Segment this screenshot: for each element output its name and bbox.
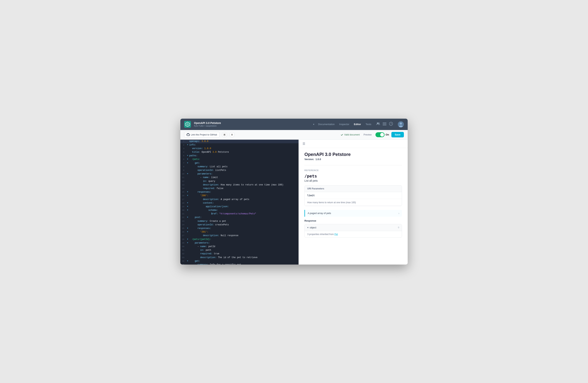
- divider-1: [304, 165, 402, 165]
- code-line-19: 19▼ application/json:: [180, 205, 298, 209]
- code-line-21: 21 $ref: "#/components/schemas/Pets": [180, 212, 298, 216]
- svg-rect-6: [383, 124, 386, 124]
- code-line-32: 32 required: true: [180, 252, 298, 256]
- toggle-thumb: [380, 133, 384, 137]
- code-line-16: 16▼ '200':: [180, 194, 298, 198]
- pet-link[interactable]: Pet: [334, 233, 338, 236]
- code-line-6: 6▼ /pets:: [180, 158, 298, 161]
- code-line-26: 26▼ '201':: [180, 230, 298, 234]
- nav-editor[interactable]: Editor: [354, 123, 361, 126]
- svg-line-19: [225, 135, 225, 136]
- code-line-20: 20▼ schema:: [180, 209, 298, 212]
- code-line-28: 28▼ /pets/{petId}:: [180, 238, 298, 241]
- code-line-5: 5▼paths:: [180, 154, 298, 158]
- font-size-toggle[interactable]: A: [230, 132, 235, 137]
- response-box[interactable]: A paged array of pets ›: [304, 210, 402, 217]
- object-header: ▾ object 0: [305, 224, 402, 231]
- nav-inspector[interactable]: Inspector: [339, 123, 349, 126]
- code-line-15: 15▼ responses:: [180, 190, 298, 194]
- nav-icons: ?: [376, 122, 393, 127]
- svg-rect-7: [383, 125, 386, 125]
- response-section: Response ▾ object 0 3 properties inherit…: [304, 219, 402, 238]
- svg-point-11: [400, 122, 402, 125]
- svg-rect-5: [383, 123, 386, 123]
- param-desc-row: How many items to return at one time (ma…: [305, 199, 402, 206]
- code-line-17: 17 description: A paged array of pets: [180, 198, 298, 201]
- inherited-text: 3 properties inherited from Pet: [305, 231, 402, 237]
- code-line-24: 24 operationId: createPets: [180, 223, 298, 227]
- save-button[interactable]: Save: [391, 132, 404, 137]
- app-logo: [184, 121, 191, 128]
- toggle-label: On: [386, 133, 389, 136]
- user-avatar[interactable]: [398, 121, 404, 127]
- code-line-27: 27 description: Null response: [180, 234, 298, 237]
- endpoint-summary: List all pets: [304, 179, 402, 182]
- endpoint-path: /pets: [304, 174, 402, 178]
- github-button[interactable]: Link this Project to GitHub: [184, 132, 220, 137]
- code-line-33: 33 description: The id of the pet to ret…: [180, 256, 298, 259]
- preview-button[interactable]: Preview: [362, 133, 373, 137]
- titlebar: OpenAPI 3.0 Petstore Kyle Fuller • oaspe…: [180, 119, 408, 130]
- code-line-23: 23 summary: Create a pet: [180, 219, 298, 223]
- object-type: ▾ object: [307, 226, 316, 229]
- object-count: 0: [398, 226, 399, 229]
- code-line-31: 31 in: path: [180, 249, 298, 252]
- param-name: limit: [307, 194, 399, 197]
- sun-icon: [223, 134, 226, 136]
- code-line-22: 22▼ post:: [180, 216, 298, 219]
- code-line-14: 14 required: false: [180, 187, 298, 190]
- code-line-34: 34▼ get:: [180, 259, 298, 263]
- code-line-10: 10▼ parameters:: [180, 172, 298, 176]
- svg-point-3: [377, 123, 378, 124]
- valid-document-status: Valid document: [341, 134, 360, 136]
- github-icon: [187, 133, 190, 136]
- response-chevron-icon: ›: [398, 212, 399, 215]
- param-row: limit: [305, 192, 402, 199]
- preview-hamburger[interactable]: ☰: [299, 140, 408, 148]
- code-line-12: 12 in: query: [180, 180, 298, 183]
- svg-point-13: [224, 134, 225, 135]
- api-version: Version: 1.0.0: [304, 158, 402, 161]
- response-label: Response: [304, 219, 402, 222]
- code-line-3: 3 version: 1.0.0: [180, 147, 298, 151]
- nav-documentation[interactable]: Documentation: [318, 123, 335, 126]
- code-line-13: 13 description: How many items to return…: [180, 183, 298, 187]
- code-line-9: 9 operationId: listPets: [180, 169, 298, 172]
- project-name: OpenAPI 3.0 Petstore: [194, 121, 309, 125]
- toggle-wrap: On: [376, 132, 389, 137]
- code-line-29: 29▼ parameters:: [180, 241, 298, 245]
- code-line-2: 2▼info:: [180, 143, 298, 147]
- code-line-1: 1openapi: 3.0.0: [180, 140, 298, 143]
- help-icon[interactable]: ?: [389, 122, 393, 127]
- params-table: URI Parameters limit How many items to r…: [304, 185, 402, 206]
- code-line-11: 11 - name: limit: [180, 176, 298, 179]
- menu-icon[interactable]: [383, 122, 386, 126]
- main-window: OpenAPI 3.0 Petstore Kyle Fuller • oaspe…: [180, 119, 408, 265]
- code-line-30: 30 - name: petId: [180, 245, 298, 249]
- svg-point-4: [378, 123, 379, 124]
- svg-line-20: [225, 134, 225, 134]
- editor-pane[interactable]: 1openapi: 3.0.02▼info:3 version: 1.0.04 …: [180, 140, 298, 265]
- code-line-7: 7▼ get:: [180, 161, 298, 165]
- theme-toggle[interactable]: [222, 132, 227, 137]
- svg-line-18: [224, 134, 224, 134]
- checkmark-icon: [341, 134, 343, 136]
- code-line-18: 18▼ content:: [180, 201, 298, 205]
- object-chevron-icon: ▾: [307, 226, 309, 229]
- project-info: OpenAPI 3.0 Petstore Kyle Fuller • oaspe…: [194, 121, 309, 127]
- code-line-8: 8 summary: List all pets: [180, 165, 298, 169]
- reference-label: Reference: [304, 169, 402, 172]
- preview-content: OpenAPI 3.0 Petstore Version: 1.0.0 Refe…: [299, 148, 408, 245]
- nav-tests[interactable]: Tests: [366, 123, 371, 126]
- api-title: OpenAPI 3.0 Petstore: [304, 152, 402, 157]
- preview-pane: ☰ OpenAPI 3.0 Petstore Version: 1.0.0 Re…: [298, 140, 408, 265]
- svg-text:?: ?: [390, 123, 392, 125]
- code-line-4: 4 title: OpenAPI 3.0 Petstore: [180, 151, 298, 154]
- preview-toggle[interactable]: [376, 132, 385, 137]
- param-desc: How many items to return at one time (ma…: [307, 201, 399, 204]
- team-icon[interactable]: [376, 122, 380, 127]
- response-box-label: A paged array of pets: [308, 212, 331, 215]
- project-sub: Kyle Fuller • oaspetstore: [194, 125, 309, 127]
- project-dropdown-button[interactable]: ▾: [312, 122, 315, 126]
- toolbar: Link this Project to GitHub A Valid docu…: [180, 130, 408, 140]
